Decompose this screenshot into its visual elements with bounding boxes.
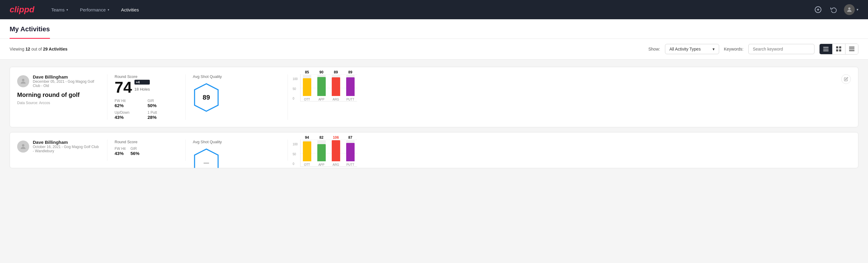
shot-quality-hexagon: — — [193, 148, 220, 168]
svg-rect-10 — [839, 49, 841, 52]
chevron-down-icon: ▾ — [713, 47, 715, 52]
svg-rect-8 — [839, 46, 841, 49]
svg-rect-5 — [823, 49, 829, 49]
nav-item-activities[interactable]: Activities — [116, 5, 144, 15]
fw-hit-group: FW Hit 43% — [115, 147, 126, 156]
nav-item-teams[interactable]: Teams ▾ — [46, 5, 72, 15]
y-label-50: 50 — [292, 87, 298, 91]
view-toggles — [819, 43, 858, 55]
bars-area: 85 OTT 90 APP — [300, 74, 357, 101]
show-label: Show: — [648, 47, 660, 52]
bar-fill-arg — [332, 140, 340, 161]
stat-grid: FW Hit 62% GIR 50% Up/Down 43% 1 Putt 28… — [115, 99, 178, 120]
card-left: Dave Billingham October 16, 2021 - Gog M… — [17, 140, 107, 161]
shot-quality-score: — — [204, 160, 209, 166]
viewing-suffix: Activities — [49, 47, 67, 52]
updown-value: 43% — [115, 115, 145, 120]
refresh-icon[interactable] — [828, 4, 839, 15]
avg-shot-quality-label: Avg Shot Quality — [193, 74, 280, 79]
bar-fill-ott — [303, 141, 311, 161]
svg-point-3 — [848, 7, 850, 10]
bar-group-putt: 89 PUTT — [346, 70, 354, 101]
bar-group-ott: 94 OTT — [303, 136, 311, 167]
bar-value-putt: 89 — [348, 70, 352, 74]
card-edit — [839, 140, 851, 161]
bar-value-putt: 87 — [348, 136, 352, 140]
round-score-label: Round Score — [115, 74, 178, 79]
activity-type-dropdown[interactable]: All Activity Types ▾ — [665, 44, 719, 54]
svg-rect-11 — [849, 47, 855, 48]
activity-type-selected: All Activity Types — [670, 47, 701, 52]
bar-label-ott: OTT — [304, 163, 310, 167]
fw-hit-value: 43% — [115, 151, 126, 156]
user-name: Dave Billingham — [33, 74, 100, 80]
nav-item-performance[interactable]: Performance ▾ — [75, 5, 114, 15]
avatar — [17, 141, 29, 152]
edit-button[interactable] — [841, 74, 851, 84]
viewing-prefix: Viewing — [10, 47, 24, 52]
toolbar: Viewing 12 out of 29 Activities Show: Al… — [0, 39, 868, 60]
user-date: October 16, 2021 - Gog Magog Golf Club -… — [33, 145, 100, 153]
bar-label-arg: ARG — [333, 163, 339, 167]
bar-fill-arg — [332, 77, 340, 96]
data-source: Data Source: Arccos — [17, 101, 100, 105]
svg-point-16 — [22, 144, 24, 147]
fw-hit-label: FW Hit — [115, 147, 126, 151]
fw-hit-label: FW Hit — [115, 99, 145, 103]
round-score-value: 74 — [115, 80, 132, 95]
viewing-text: Viewing 12 out of 29 Activities — [10, 47, 644, 52]
bar-app — [317, 75, 326, 96]
viewing-count: 12 — [26, 47, 30, 52]
bar-arg — [332, 140, 340, 161]
svg-rect-7 — [836, 46, 838, 49]
search-input[interactable] — [748, 44, 814, 54]
bar-group-putt: 87 PUTT — [346, 136, 354, 167]
score-row: 74 +4 18 Holes — [115, 80, 178, 95]
page-title-area: My Activities — [0, 19, 868, 39]
gir-label: GIR — [148, 99, 178, 103]
bars-area: 94 OTT 82 APP — [300, 140, 357, 167]
holes-label: 18 Holes — [134, 87, 150, 91]
view-toggle-grid[interactable] — [833, 44, 845, 54]
bar-fill-putt — [346, 77, 354, 96]
avatar-button[interactable]: ▾ — [844, 4, 858, 15]
user-name: Dave Billingham — [33, 140, 100, 145]
svg-rect-12 — [849, 49, 855, 49]
chevron-down-icon: ▾ — [857, 7, 858, 12]
activity-card: Dave Billingham December 05, 2021 - Gog … — [10, 67, 858, 127]
gir-group: GIR 56% — [130, 147, 140, 156]
add-icon[interactable] — [813, 4, 824, 15]
bar-ott — [303, 140, 311, 161]
grid-line-100 — [301, 74, 357, 75]
activity-title: Morning round of golf — [17, 91, 100, 98]
y-label-100: 100 — [292, 77, 298, 81]
logo[interactable]: clippd — [10, 5, 34, 14]
view-toggle-list-compact[interactable] — [819, 44, 833, 54]
chevron-down-icon: ▾ — [108, 8, 109, 11]
bar-label-arg: ARG — [333, 98, 339, 101]
y-label-0: 0 — [292, 97, 298, 100]
card-edit — [839, 74, 851, 120]
bar-group-arg: 106 ARG — [332, 136, 340, 167]
bar-label-app: APP — [318, 98, 324, 101]
bar-label-ott: OTT — [304, 98, 310, 101]
card-quality: Avg Shot Quality 89 — [186, 74, 288, 120]
gir-label: GIR — [130, 147, 140, 151]
nav-performance-label: Performance — [80, 7, 106, 12]
bar-value-arg: 89 — [334, 70, 338, 74]
bar-putt — [346, 140, 354, 161]
main-nav: Teams ▾ Performance ▾ Activities — [46, 5, 813, 15]
viewing-middle: out of — [31, 47, 42, 52]
svg-rect-13 — [849, 50, 855, 51]
bar-value-arg: 106 — [333, 136, 339, 140]
view-toggle-list-detail[interactable] — [845, 44, 858, 54]
bar-fill-app — [317, 77, 326, 96]
y-label-50: 50 — [292, 152, 298, 156]
bar-label-putt: PUTT — [346, 98, 354, 101]
quality-body: — — [193, 148, 280, 168]
fw-hit-group: FW Hit 62% — [115, 99, 145, 108]
bar-value-app: 90 — [319, 70, 323, 74]
score-badge: +4 — [134, 80, 150, 85]
partial-stats: FW Hit 43% GIR 56% — [115, 147, 178, 156]
gir-value: 56% — [130, 151, 140, 156]
